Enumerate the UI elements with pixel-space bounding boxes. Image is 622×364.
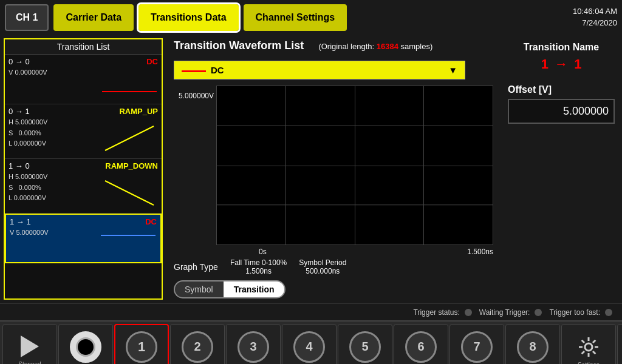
trigger-status-dot [465,309,472,316]
ch7-circle: 7 [461,331,493,363]
ch1-circle: 1 [126,331,157,363]
graph-fall-time: Fall Time 0-100% 1.500ns [230,258,287,275]
gear-icon [576,335,601,359]
ch7-output-button[interactable]: 7 CH 7 OFF [449,324,504,364]
ch5-circle: 5 [349,331,381,363]
transition-item-1-0[interactable]: 1 → 0 RAMP_DOWN H 5.000000VS 0.000%L 0.0… [5,159,162,214]
graph-type-label: Graph Type [174,262,218,272]
ti-type-1-0: RAMP_DOWN [105,161,158,170]
play-icon [21,335,39,357]
transition-list-title: Transition List [5,39,162,55]
ch3-output-button[interactable]: 3 CH 3 OFF [226,324,281,364]
right-panel: Transition Name 1 → 1 Offset [V] [501,35,622,303]
svg-line-13 [582,340,584,342]
trigger-status-bar: Trigger status: Waiting Trigger: Trigger… [0,303,622,320]
graph-x-labels: 0s 1.500ns [216,248,493,256]
trigger-button[interactable]: Trigger [58,324,113,364]
offset-value-input[interactable] [508,99,615,124]
ti-name-1-1: 1 → 1 [10,217,31,226]
ch6-circle: 6 [405,331,437,363]
tab-carrier-data[interactable]: Carrier Data [53,4,134,31]
ch8-circle: 8 [517,331,549,363]
waveform-dropdown-row: DC ▼ [174,61,493,79]
svg-point-8 [585,343,592,351]
graph-y-label: 5.000000V [174,86,216,256]
ch3-circle: 3 [238,331,269,363]
settings-label: Settings [578,362,600,365]
bottom-bar: Stopped Trigger 1 CH 1 OFF 2 CH 2 OFF 3 … [0,320,622,364]
ch1-output-button[interactable]: 1 CH 1 OFF [114,324,169,364]
ti-name-1-0: 1 → 0 [9,161,30,170]
waveform-list-title: Transition Waveform List [174,39,304,52]
ti-type-0-0: DC [146,57,158,66]
stopped-label: Stopped [18,361,41,365]
transition-item-1-1[interactable]: 1 → 1 DC V 5.000000V [5,214,162,263]
ti-name-0-1: 0 → 1 [9,107,30,116]
ch4-output-button[interactable]: 4 CH 4 OFF [282,324,337,364]
offset-label: Offset [V] [508,84,552,95]
svg-line-14 [593,351,595,354]
ch2-circle: 2 [182,331,213,363]
original-length: (Original length: 16384 samples) [318,42,432,51]
transition-name-value: 1 → 1 [541,56,582,72]
ch8-output-button[interactable]: 8 CH 8 OFF [505,324,560,364]
ch6-output-button[interactable]: 6 CH 6 OFF [394,324,448,364]
svg-line-16 [582,351,584,354]
toggle-group: Symbol Transition [174,280,493,298]
svg-line-2 [105,181,154,205]
ch4-circle: 4 [293,331,325,363]
ch1-button[interactable]: CH 1 [5,4,49,31]
transition-item-0-0[interactable]: 0 → 0 DC V 0.000000V [5,55,162,104]
settings-button[interactable]: Settings [561,324,616,364]
too-fast-dot [605,309,612,316]
transition-item-0-1[interactable]: 0 → 1 RAMP_UP H 5.000000VS 0.000%L 0.000… [5,104,162,159]
ti-type-1-1: DC [145,217,157,226]
waveform-dropdown[interactable]: DC ▼ [174,61,465,79]
ti-name-0-0: 0 → 0 [9,57,30,66]
play-stop-button[interactable]: Stopped [2,324,57,364]
transition-list-panel: Transition List 0 → 0 DC V 0.000000V 0 →… [4,38,163,300]
ti-type-0-1: RAMP_UP [119,107,158,116]
tab-channel-settings[interactable]: Channel Settings [244,4,347,31]
tab-transitions-data[interactable]: Transitions Data [138,4,238,31]
graph-container: 5.000000V [174,86,493,256]
svg-line-15 [593,340,595,342]
more-button[interactable]: ••• More [617,324,622,364]
svg-line-1 [105,126,154,150]
transition-toggle-btn[interactable]: Transition [223,280,285,298]
graph-symbol-period: Symbol Period 500.000ns [299,258,346,275]
center-panel: Transition Waveform List (Original lengt… [166,35,501,303]
symbol-toggle-btn[interactable]: Symbol [174,280,223,298]
transition-name-label: Transition Name [524,42,599,53]
ch2-output-button[interactable]: 2 CH 2 OFF [170,324,225,364]
datetime-display: 10:46:04 AM 7/24/2020 [573,6,617,28]
ch5-output-button[interactable]: 5 CH 5 OFF [338,324,392,364]
waiting-trigger-dot [535,309,542,316]
graph-canvas [216,86,493,245]
